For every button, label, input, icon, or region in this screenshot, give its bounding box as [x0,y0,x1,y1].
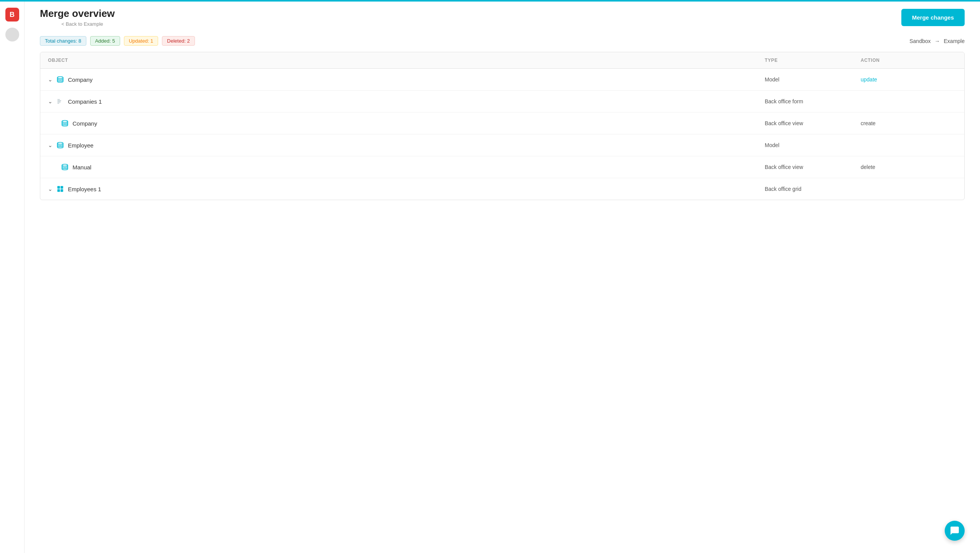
badge-deleted: Deleted: 2 [162,36,195,46]
env-flow: Sandbox → Example [909,38,965,44]
svg-rect-8 [58,186,60,189]
badge-added: Added: 5 [90,36,120,46]
object-name: Company [68,76,92,83]
action-cell: update [861,76,957,83]
action-cell: create [861,120,957,126]
object-cell: ⌄ Employee [48,141,765,149]
object-cell: Company [48,119,765,127]
page-title: Merge overview [40,8,115,20]
table-row: ⌄ Companies 1 Back office form [40,91,964,113]
table-row: ⌄ Employees 1 Back office grid [40,178,964,200]
object-cell: Manual [48,163,765,171]
svg-rect-9 [61,186,63,189]
left-nav: B [0,2,25,200]
svg-rect-11 [61,189,63,192]
table-row: Manual Back office view delete [40,156,964,178]
type-cell: Model [765,76,861,83]
merge-changes-button[interactable]: Merge changes [901,9,965,26]
main-content: Merge overview < Back to Example Merge c… [25,2,980,200]
merge-table: OBJECT TYPE ACTION ⌄ Company Model upd [40,52,965,200]
badges-container: Total changes: 8 Added: 5 Updated: 1 Del… [40,36,195,46]
svg-rect-4 [58,103,59,104]
object-name: Employees 1 [68,186,101,192]
database-icon [61,163,69,171]
action-cell: delete [861,164,957,170]
badge-total: Total changes: 8 [40,36,86,46]
chevron-down-icon[interactable]: ⌄ [48,76,53,83]
summary-bar: Total changes: 8 Added: 5 Updated: 1 Del… [25,30,980,52]
object-cell: ⌄ Company [48,76,765,83]
app-logo: B [5,8,19,22]
source-env: Sandbox [909,38,931,44]
back-link[interactable]: < Back to Example [61,21,115,27]
chevron-down-icon[interactable]: ⌄ [48,142,53,148]
svg-rect-10 [58,189,60,192]
svg-rect-1 [58,99,60,100]
logo-area: Merge overview [40,8,115,20]
arrow-icon: → [935,38,940,44]
object-name: Employee [68,142,94,149]
svg-rect-2 [58,101,61,101]
target-env: Example [944,38,965,44]
svg-rect-3 [58,102,61,103]
chevron-down-icon[interactable]: ⌄ [48,186,53,192]
grid-icon [56,185,64,193]
table-row: ⌄ Employee Model [40,134,964,156]
svg-point-7 [62,164,68,166]
type-cell: Back office grid [765,186,861,192]
nav-avatar [5,28,19,41]
svg-point-5 [62,121,68,123]
page-header: Merge overview < Back to Example Merge c… [25,2,980,27]
table-row: Company Back office view create [40,113,964,134]
type-cell: Back office form [765,98,861,104]
col-header-action: ACTION [861,58,957,63]
object-name: Company [73,120,97,127]
svg-point-6 [58,142,63,144]
form-icon [56,98,64,105]
database-icon [61,119,69,127]
table-header-row: OBJECT TYPE ACTION [40,52,964,69]
database-icon [56,141,64,149]
badge-updated: Updated: 1 [124,36,158,46]
col-header-type: TYPE [765,58,861,63]
chevron-down-icon[interactable]: ⌄ [48,98,53,104]
object-name: Manual [73,164,91,171]
object-name: Companies 1 [68,98,102,105]
header-left: Merge overview < Back to Example [40,8,115,27]
object-cell: ⌄ Employees 1 [48,185,765,193]
type-cell: Model [765,142,861,148]
svg-point-0 [58,77,63,79]
database-icon [56,76,64,83]
object-cell: ⌄ Companies 1 [48,98,765,105]
table-row: ⌄ Company Model update [40,69,964,91]
type-cell: Back office view [765,164,861,170]
type-cell: Back office view [765,120,861,126]
col-header-object: OBJECT [48,58,765,63]
